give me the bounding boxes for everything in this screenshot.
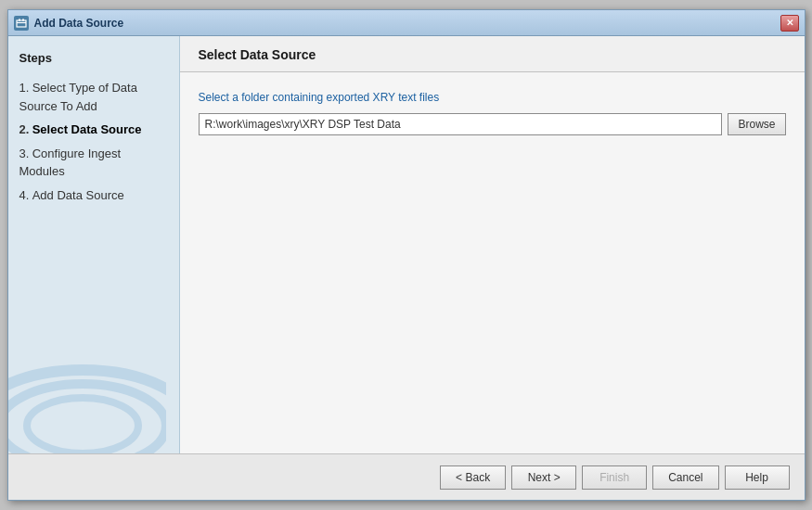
main-window: Add Data Source ✕ Steps 1. Select Type o… xyxy=(7,9,806,501)
back-button[interactable]: < Back xyxy=(440,465,506,490)
folder-path-input[interactable] xyxy=(199,113,723,135)
panel-body: Select a folder containing exported XRY … xyxy=(180,72,805,453)
step-3-label: Configure Ingest Modules xyxy=(19,147,122,179)
finish-button[interactable]: Finish xyxy=(582,465,647,490)
cancel-button[interactable]: Cancel xyxy=(652,465,718,490)
step-1: 1. Select Type of Data Source To Add xyxy=(19,76,168,118)
step-4-label: Add Data Source xyxy=(32,188,124,202)
steps-list: 1. Select Type of Data Source To Add 2. … xyxy=(19,76,168,207)
step-3: 3. Configure Ingest Modules xyxy=(19,142,168,184)
main-panel: Select Data Source Select a folder conta… xyxy=(180,36,805,453)
folder-row: Browse xyxy=(199,113,786,135)
sidebar-title: Steps xyxy=(19,51,168,65)
window-icon-svg xyxy=(16,18,27,29)
step-1-label: Select Type of Data Source To Add xyxy=(19,81,137,113)
help-button[interactable]: Help xyxy=(725,465,790,490)
step-1-number: 1. xyxy=(19,81,30,95)
step-3-number: 3. xyxy=(19,147,30,160)
watermark-decoration xyxy=(8,333,166,453)
title-bar-left: Add Data Source xyxy=(14,16,124,31)
svg-point-6 xyxy=(27,398,138,453)
footer: < Back Next > Finish Cancel Help xyxy=(8,453,805,500)
panel-header: Select Data Source xyxy=(180,36,805,72)
svg-rect-2 xyxy=(19,19,20,20)
instruction-text: Select a folder containing exported XRY … xyxy=(199,91,786,104)
title-bar: Add Data Source ✕ xyxy=(8,10,805,36)
window-icon xyxy=(14,16,29,31)
content-area: Steps 1. Select Type of Data Source To A… xyxy=(8,36,805,453)
step-2-number: 2. xyxy=(19,122,30,136)
step-4-number: 4. xyxy=(19,188,30,202)
step-4: 4. Add Data Source xyxy=(19,184,168,208)
panel-title: Select Data Source xyxy=(199,47,316,62)
close-button[interactable]: ✕ xyxy=(780,15,799,32)
sidebar: Steps 1. Select Type of Data Source To A… xyxy=(8,36,180,453)
svg-rect-3 xyxy=(22,19,24,20)
svg-rect-0 xyxy=(17,20,26,27)
browse-button[interactable]: Browse xyxy=(728,113,785,135)
next-button[interactable]: Next > xyxy=(511,465,576,490)
step-2: 2. Select Data Source xyxy=(19,118,168,142)
step-2-label: Select Data Source xyxy=(32,122,142,136)
window-title: Add Data Source xyxy=(34,17,124,30)
